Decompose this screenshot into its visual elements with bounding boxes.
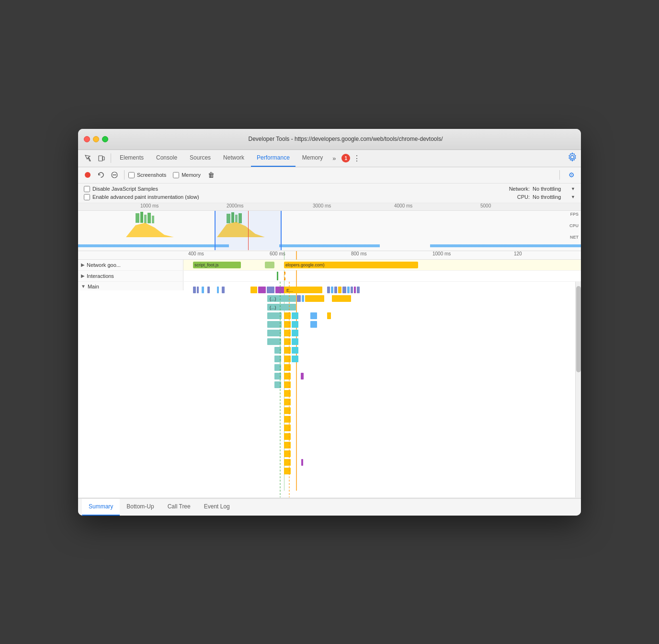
network-throttle-select[interactable]: No throttling — [533, 186, 568, 192]
svg-rect-58 — [284, 356, 291, 362]
interactions-track-label[interactable]: ▶ Interactions — [78, 271, 183, 281]
titlebar: Developer Tools - https://developers.goo… — [78, 129, 581, 150]
error-count[interactable]: 1 — [341, 154, 350, 162]
svg-rect-70 — [284, 459, 291, 466]
memory-checkbox[interactable] — [173, 172, 179, 178]
svg-rect-1 — [102, 157, 104, 160]
ruler-1000ms: 1000 ms — [140, 203, 159, 208]
tab-event-log[interactable]: Event Log — [197, 498, 237, 516]
clear-button[interactable] — [109, 169, 120, 181]
svg-rect-16 — [193, 287, 196, 293]
tab-summary[interactable]: Summary — [82, 498, 120, 516]
svg-point-2 — [85, 172, 91, 178]
device-toolbar-icon[interactable] — [95, 152, 108, 164]
window-title: Developer Tools - https://developers.goo… — [116, 136, 575, 142]
main-track-content[interactable]: E... (...) — [183, 282, 581, 497]
timeline-overview[interactable]: 1000 ms 2000ms 3000 ms 4000 ms 5000 — [78, 203, 581, 251]
time-1200ms: 120 — [514, 251, 522, 256]
svg-rect-76 — [292, 347, 298, 354]
svg-rect-77 — [292, 356, 298, 362]
tab-memory[interactable]: Memory — [296, 150, 329, 167]
settings-gear-icon[interactable] — [568, 152, 577, 162]
svg-rect-54 — [284, 321, 291, 328]
svg-rect-31 — [338, 287, 341, 293]
devtools-more-options[interactable]: ⋮ — [353, 154, 361, 163]
inspect-element-icon[interactable] — [82, 152, 94, 164]
close-button[interactable] — [84, 136, 90, 142]
tab-sources[interactable]: Sources — [184, 150, 216, 167]
scrollbar[interactable] — [575, 282, 581, 497]
interactions-track-content[interactable] — [183, 271, 581, 281]
svg-rect-85 — [332, 295, 351, 302]
svg-rect-60 — [284, 373, 291, 380]
svg-rect-17 — [197, 287, 199, 293]
time-800ms: 800 ms — [351, 251, 367, 256]
tab-console[interactable]: Console — [150, 150, 183, 167]
tab-performance[interactable]: Performance — [251, 150, 295, 167]
toolbar-divider — [124, 170, 125, 180]
screenshots-checkbox-label[interactable]: Screenshots — [128, 172, 166, 178]
network-track-name: Network goo... — [87, 262, 121, 268]
tab-call-tree[interactable]: Call Tree — [161, 498, 197, 516]
svg-rect-18 — [202, 287, 204, 293]
enable-paint-checkbox[interactable] — [84, 194, 90, 200]
network-block-2 — [265, 262, 274, 268]
network-block-3: elopers.google.com) — [284, 262, 418, 268]
svg-rect-59 — [284, 364, 291, 371]
time-ruler: 400 ms 600 ms 800 ms 1000 ms 120 — [78, 251, 581, 260]
svg-text:E...: E... — [286, 288, 293, 293]
minimize-button[interactable] — [93, 136, 99, 142]
svg-rect-36 — [357, 287, 360, 293]
main-track-row: ▼ Main — [78, 282, 581, 498]
time-400ms: 400 ms — [188, 251, 204, 256]
more-tabs-button[interactable]: » — [330, 155, 339, 162]
scrollbar-thumb[interactable] — [576, 286, 581, 372]
disable-js-samples-label[interactable]: Disable JavaScript Samples — [84, 186, 158, 192]
svg-rect-32 — [342, 287, 346, 293]
svg-rect-61 — [284, 381, 291, 388]
svg-rect-57 — [284, 347, 291, 354]
net-graph — [78, 244, 581, 247]
interactions-track-name: Interactions — [87, 273, 114, 279]
interaction-bar-2 — [284, 272, 285, 280]
tab-bottom-up[interactable]: Bottom-Up — [120, 498, 160, 516]
svg-rect-71 — [284, 468, 291, 474]
main-track-label[interactable]: ▼ Main — [78, 282, 183, 290]
svg-rect-75 — [292, 338, 298, 345]
perf-settings-button[interactable]: ⚙ — [566, 169, 577, 181]
error-badge: 1 — [341, 154, 350, 162]
svg-rect-25 — [275, 287, 284, 293]
svg-rect-56 — [284, 338, 291, 345]
svg-rect-81 — [267, 321, 282, 328]
network-track-row: ▶ Network goo... script_foot.js elopers.… — [78, 260, 581, 271]
svg-rect-30 — [334, 287, 337, 293]
cpu-dropdown-arrow: ▼ — [571, 195, 575, 199]
svg-rect-20 — [217, 287, 219, 293]
reload-record-button[interactable] — [95, 169, 107, 181]
svg-rect-19 — [207, 287, 210, 293]
cpu-throttle-select[interactable]: No throttling — [533, 194, 568, 200]
network-block-1: script_foot.js — [193, 262, 241, 268]
svg-rect-53 — [284, 312, 291, 319]
svg-rect-87 — [301, 459, 303, 466]
network-track-content[interactable]: script_foot.js elopers.google.com) — [183, 260, 581, 270]
network-track-label[interactable]: ▶ Network goo... — [78, 260, 183, 270]
delete-button[interactable]: 🗑 — [205, 169, 217, 181]
maximize-button[interactable] — [102, 136, 108, 142]
cpu-graph — [78, 220, 581, 240]
time-1000ms: 1000 ms — [432, 251, 451, 256]
memory-checkbox-label[interactable]: Memory — [173, 172, 201, 178]
enable-paint-label[interactable]: Enable advanced paint instrumentation (s… — [84, 194, 199, 200]
svg-rect-74 — [292, 330, 298, 336]
screenshots-checkbox[interactable] — [128, 172, 135, 178]
svg-rect-66 — [284, 425, 291, 431]
svg-rect-40 — [302, 295, 304, 302]
tab-network[interactable]: Network — [217, 150, 250, 167]
settings-right-panel: Network: No throttling ▼ — [509, 186, 575, 192]
disable-js-samples-checkbox[interactable] — [84, 186, 90, 192]
network-dropdown-arrow: ▼ — [571, 186, 575, 191]
svg-rect-68 — [284, 442, 291, 448]
network-expand-icon: ▶ — [81, 262, 85, 267]
record-button[interactable] — [82, 169, 93, 181]
tab-elements[interactable]: Elements — [114, 150, 149, 167]
